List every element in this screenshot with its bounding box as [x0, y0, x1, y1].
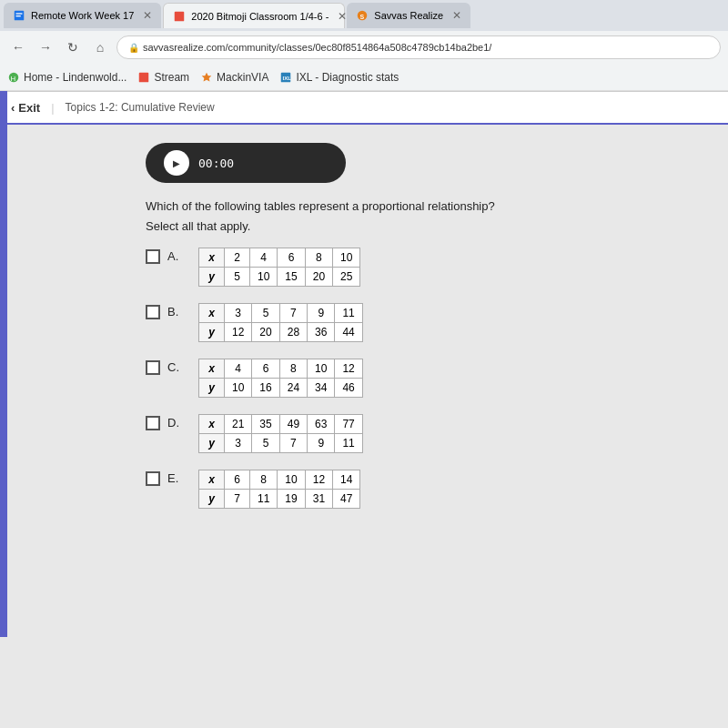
cell-row-C-1: 10	[225, 378, 252, 397]
answer-option-E: E.x68101214y711193147	[146, 470, 701, 509]
checkbox-C[interactable]	[146, 360, 160, 375]
answer-option-B: B.x357911y1220283644	[146, 303, 701, 342]
cell-row-B-2: 20	[252, 322, 279, 341]
svg-text:H: H	[11, 74, 16, 82]
bookmark-ixl[interactable]: IXL IXL - Diagnostic stats	[279, 71, 399, 84]
cell-header-D-1: 21	[225, 414, 252, 433]
cell-row-E-4: 31	[305, 489, 332, 508]
cell-row-D-3: 7	[279, 433, 307, 452]
cell-header-C-2: 6	[252, 359, 279, 378]
bookmark-home-label: Home - Lindenwold...	[24, 71, 126, 84]
cell-row-E-1: 7	[225, 489, 250, 508]
cell-header-E-4: 12	[305, 470, 332, 489]
cell-header-C-1: 4	[225, 359, 252, 378]
cell-header-A-3: 6	[278, 248, 305, 267]
cell-header-E-3: 10	[278, 470, 305, 489]
cell-header-A-5: 10	[333, 248, 360, 267]
cell-row-C-3: 24	[279, 378, 307, 397]
table-D: x2135496377y357911	[198, 414, 363, 453]
cell-header-E-2: 8	[250, 470, 278, 489]
bookmark-mackinvia[interactable]: MackinVIA	[200, 71, 268, 84]
tab-savvas[interactable]: S Savvas Realize ✕	[347, 3, 470, 28]
breadcrumb: Topics 1-2: Cumulative Review	[66, 101, 215, 114]
cell-header-B-1: 3	[225, 303, 252, 322]
table-A: x246810y510152025	[198, 248, 360, 287]
tab-remote-work-label: Remote Work Week 17	[31, 10, 134, 21]
cell-row-E-3: 19	[278, 489, 305, 508]
cell-row-B-5: 44	[335, 322, 362, 341]
cell-row-C-4: 34	[308, 378, 335, 397]
option-label-B: B.	[167, 305, 182, 318]
tab-savvas-label: Savvas Realize	[374, 10, 443, 21]
address-text: savvasrealize.com/community/classes/0ec8…	[143, 42, 491, 53]
checkbox-A[interactable]	[146, 249, 160, 264]
tab-bitmoji-close[interactable]: ✕	[338, 10, 347, 23]
cell-row-A-2: 10	[250, 267, 278, 286]
cell-header-B-0: x	[199, 303, 225, 322]
svg-marker-9	[202, 72, 212, 81]
tab-bitmoji-label: 2020 Bitmoji Classroom 1/4-6 -	[191, 11, 329, 22]
cell-row-B-4: 36	[308, 322, 335, 341]
reload-button[interactable]: ↻	[62, 36, 84, 58]
tab-remote-work[interactable]: Remote Work Week 17 ✕	[4, 3, 161, 28]
address-input[interactable]: 🔒 savvasrealize.com/community/classes/0e…	[116, 35, 721, 59]
question-text-line1: Which of the following tables represent …	[146, 197, 701, 216]
tab-bitmoji[interactable]: 2020 Bitmoji Classroom 1/4-6 - ✕	[163, 3, 345, 28]
bookmark-stream[interactable]: Stream	[137, 71, 189, 84]
cell-header-C-3: 8	[279, 359, 307, 378]
table-E: x68101214y711193147	[198, 470, 360, 509]
option-label-D: D.	[167, 416, 182, 430]
play-button[interactable]: ▶	[164, 150, 189, 176]
svg-text:S: S	[360, 14, 365, 20]
svg-rect-3	[175, 11, 185, 21]
play-icon: ▶	[173, 158, 180, 168]
question-text-line2: Select all that apply.	[146, 219, 701, 233]
cell-header-A-2: 4	[250, 248, 278, 267]
answer-option-D: D.x2135496377y357911	[146, 414, 701, 453]
bookmark-home[interactable]: H Home - Lindenwold...	[7, 71, 126, 84]
back-button[interactable]: ←	[7, 36, 29, 58]
cell-row-E-5: 47	[333, 489, 360, 508]
cell-header-D-2: 35	[252, 414, 279, 433]
cell-row-E-2: 11	[250, 489, 278, 508]
svg-rect-2	[16, 15, 21, 16]
checkbox-D[interactable]	[146, 416, 160, 430]
cell-header-E-0: x	[199, 470, 225, 489]
forward-button[interactable]: →	[35, 36, 56, 58]
cell-header-D-4: 63	[308, 414, 335, 433]
back-arrow-icon: ‹	[11, 101, 15, 115]
address-bar-row: ← → ↻ ⌂ 🔒 savvasrealize.com/community/cl…	[0, 31, 728, 64]
bookmark-stream-label: Stream	[154, 71, 189, 84]
header-separator: |	[51, 101, 54, 115]
cell-header-B-4: 9	[308, 303, 335, 322]
tab-savvas-close[interactable]: ✕	[452, 9, 461, 22]
exit-button[interactable]: ‹ Exit	[11, 101, 40, 115]
home-button[interactable]: ⌂	[89, 36, 111, 58]
svg-rect-8	[139, 72, 149, 82]
table-C: x4681012y1016243446	[198, 359, 363, 398]
bookmark-ixl-label: IXL - Diagnostic stats	[296, 71, 399, 84]
option-label-E: E.	[167, 471, 182, 485]
checkbox-E[interactable]	[146, 471, 160, 486]
svg-rect-1	[16, 13, 23, 14]
cell-row-E-0: y	[199, 489, 225, 508]
option-label-C: C.	[167, 360, 182, 374]
cell-header-B-2: 5	[252, 303, 279, 322]
tab-remote-work-close[interactable]: ✕	[143, 9, 152, 22]
table-B: x357911y1220283644	[198, 303, 363, 342]
cell-row-D-2: 5	[252, 433, 279, 452]
cell-header-C-0: x	[199, 359, 225, 378]
cell-header-D-3: 49	[279, 414, 307, 433]
cell-row-C-5: 46	[335, 378, 362, 397]
lock-icon: 🔒	[128, 43, 139, 53]
page-header: ‹ Exit | Topics 1-2: Cumulative Review	[0, 92, 728, 125]
answer-option-C: C.x4681012y1016243446	[146, 359, 701, 398]
svg-text:IXL: IXL	[283, 74, 292, 80]
cell-row-A-1: 5	[225, 267, 250, 286]
checkbox-B[interactable]	[146, 305, 160, 319]
cell-header-A-4: 8	[305, 248, 332, 267]
cell-header-A-1: 2	[225, 248, 250, 267]
cell-header-C-5: 12	[335, 359, 362, 378]
exit-label: Exit	[18, 101, 40, 115]
cell-header-B-5: 11	[335, 303, 362, 322]
